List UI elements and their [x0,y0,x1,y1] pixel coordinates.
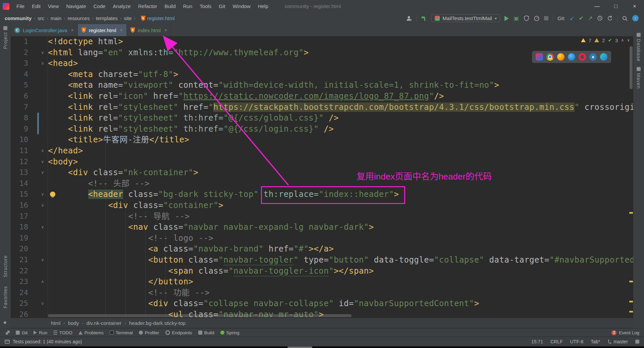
sidebar-item-maven[interactable]: Maven [636,73,641,89]
line-number-22[interactable]: 22 [11,266,28,277]
gutter[interactable]: 1234567891011121314151617181920212223242… [11,36,48,318]
code-line-3[interactable]: <head> [48,58,78,69]
tab-close-icon[interactable]: × [164,27,167,33]
line-number-20[interactable]: 20 [11,243,28,255]
search-icon[interactable] [622,15,628,21]
line-number-26[interactable]: 26 [11,309,28,318]
next-problem-icon[interactable]: ∨ [627,38,630,43]
code-line-2[interactable]: <html lang="en" xmlns:th="http://www.thy… [48,47,309,58]
line-number-6[interactable]: 6 [11,91,28,102]
code-line-11[interactable]: </head> [48,145,83,156]
code-line-13[interactable]: <div class="nk-container"> [48,167,199,178]
fold-open-icon[interactable]: ∨ [39,255,46,266]
code-line-19[interactable]: <!-- logo --> [48,233,213,244]
code-line-14[interactable]: <!-- 头部 --> [48,178,150,189]
line-number-13[interactable]: 13 [11,167,28,178]
git-branch-widget[interactable]: master [607,339,628,344]
line-separator[interactable]: CRLF [550,339,563,344]
line-number-11[interactable]: 11 [11,145,28,156]
line-number-8[interactable]: 8 [11,113,28,124]
code-line-4[interactable]: <meta charset="utf-8"> [48,69,178,80]
tool-window-problems[interactable]: Problems [75,329,107,337]
code-line-25[interactable]: <div class="collapse navbar-collapse" id… [48,298,479,309]
breadcrumb-item[interactable]: templates [96,15,118,21]
breadcrumb-item[interactable]: html [51,320,60,326]
code-line-5[interactable]: <meta name="viewport" content="width=dev… [48,80,499,91]
line-number-18[interactable]: 18 [11,222,28,233]
sidebar-item-favorites[interactable]: Favorites [3,286,8,308]
menu-code[interactable]: Code [90,0,109,12]
intention-bulb-icon[interactable] [50,192,55,197]
line-number-16[interactable]: 16 [11,200,28,211]
editor[interactable]: 1234567891011121314151617181920212223242… [11,36,633,318]
user-icon[interactable] [406,15,412,21]
rollback-icon[interactable] [607,15,613,21]
stripe-mark[interactable] [629,212,633,214]
stripe-mark[interactable] [629,301,633,302]
update-project-icon[interactable]: ↙ [570,15,574,22]
fold-open-icon[interactable]: ∨ [39,156,46,167]
ide-updates-icon[interactable]: ↑ [632,15,639,21]
breadcrumb-item[interactable]: main [51,15,62,21]
line-number-7[interactable]: 7 [11,102,28,113]
tool-window-terminal[interactable]: Terminal [107,329,136,337]
code-line-22[interactable]: <span class="navbar-toggler-icon"></span… [48,266,374,277]
push-icon[interactable]: ↗ [588,15,593,22]
code-line-6[interactable]: <link rel="icon" href="https://static.no… [48,91,444,102]
breadcrumb-item[interactable]: src [38,15,44,21]
line-number-17[interactable]: 17 [11,211,28,222]
menu-analyze[interactable]: Analyze [109,0,134,12]
code-line-20[interactable]: <a class="navbar-brand" href="#"></a> [48,243,334,255]
maximize-button[interactable]: □ [606,0,625,12]
code-line-9[interactable]: <link rel="stylesheet" th:href="@{/css/l… [48,124,334,135]
breadcrumb-item[interactable]: resources [68,15,90,21]
stop-button[interactable] [544,16,548,20]
indent-style[interactable]: Tab* [591,339,600,344]
code-line-23[interactable]: </button> [48,276,194,287]
line-number-1[interactable]: 1 [11,36,28,47]
menu-help[interactable]: Help [254,0,272,12]
line-number-15[interactable]: 15 [11,189,28,200]
vertical-scrollbar[interactable] [630,46,633,89]
fold-close-icon[interactable]: ∧ [39,276,46,287]
browser-firefox-icon[interactable] [557,53,565,61]
menu-run[interactable]: Run [179,0,196,12]
code-line-12[interactable]: <body> [48,156,78,167]
fold-open-icon[interactable]: ∨ [39,167,46,178]
menu-navigate[interactable]: Navigate [62,0,90,12]
tool-window-build[interactable]: Build [195,329,217,337]
code-line-24[interactable]: <!-- 功能 --> [48,287,210,298]
browser-edge-icon[interactable] [600,53,607,61]
menu-refactor[interactable]: Refactor [135,0,161,12]
tab-close-icon[interactable]: × [71,27,74,33]
tool-window-spring[interactable]: Spring [217,329,243,337]
menu-git[interactable]: Git [215,0,229,12]
breadcrumb-item[interactable]: site [124,15,131,21]
stripe-mark[interactable] [629,311,633,312]
coverage-icon[interactable] [524,15,529,21]
caret-position[interactable]: 15:71 [531,339,543,344]
line-number-14[interactable]: 14 [11,178,28,189]
line-number-23[interactable]: 23 [11,276,28,287]
inspection-widget[interactable]: 7 2 ✔ 3 ∧ ∨ [581,37,630,43]
browser-chrome-icon[interactable] [546,53,554,61]
tool-window-run[interactable]: Run [31,329,50,337]
run-configuration-select[interactable]: MailTests.testTtmlMail ▾ [431,14,500,22]
breadcrumb-item[interactable]: div.nk-container [87,320,122,326]
minimize-button[interactable]: — [588,0,606,12]
build-hammer-icon[interactable] [421,15,427,21]
code-line-10[interactable]: <title>牛客网-注册</title> [48,134,190,145]
code-line-21[interactable]: <button class="navbar-toggler" type="but… [48,255,633,266]
event-log-button[interactable]: 2 Event Log [611,330,644,335]
tool-window-git[interactable]: Git [13,329,31,337]
line-number-25[interactable]: 25 [11,298,28,309]
fold-close-icon[interactable]: ∧ [39,145,46,156]
line-number-5[interactable]: 5 [11,80,28,91]
browser-ie-icon[interactable]: e [589,53,597,61]
browser-opera-icon[interactable] [579,53,586,61]
tab-index.html[interactable]: 5index.html× [127,24,171,36]
breadcrumb-file[interactable]: register.html [147,15,175,21]
sidebar-item-database[interactable]: Database [636,39,641,62]
tab-LoginController.java[interactable]: CLoginController.java× [11,24,78,36]
menu-view[interactable]: View [44,0,62,12]
